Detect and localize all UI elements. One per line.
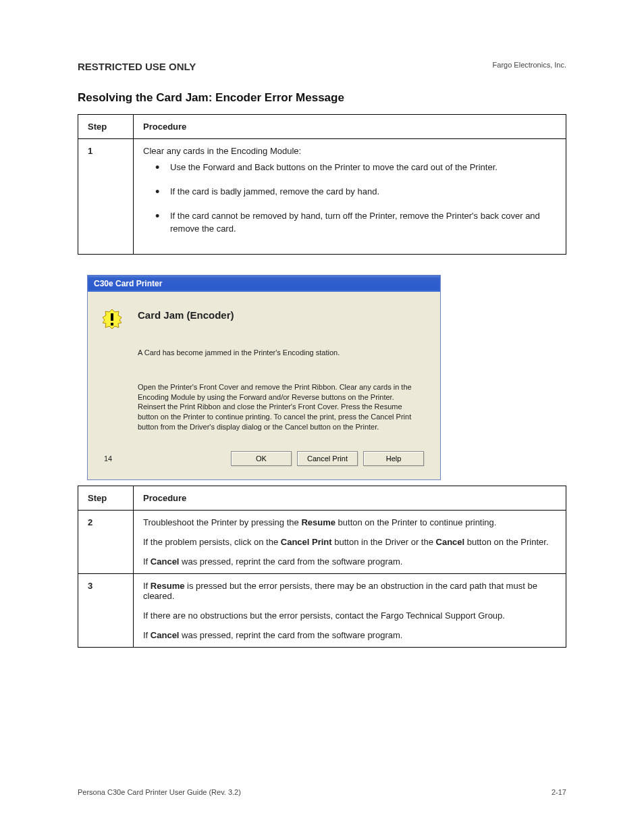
col-header-procedure: Procedure [134, 115, 566, 139]
step-3-procedure: If Resume is pressed but the error persi… [134, 573, 566, 647]
t2f: If [143, 556, 151, 567]
dialog-instructions: Open the Printer's Front Cover and remov… [138, 382, 414, 432]
t2b: button on the Printer to continue printi… [336, 517, 497, 527]
page-footer: Persona C30e Card Printer User Guide (Re… [78, 788, 566, 796]
section-title: Resolving the Card Jam: Encoder Error Me… [78, 91, 566, 105]
dialog-titlebar: C30e Card Printer [88, 276, 440, 292]
dialog-message: A Card has become jammed in the Printer'… [138, 348, 427, 357]
dialog-footer: 14 OK Cancel Print Help [101, 451, 427, 471]
col-header-step: Step [78, 115, 134, 139]
t3a: If [143, 581, 151, 591]
step-1-procedure: Clear any cards in the Encoding Module: … [134, 139, 566, 255]
cancel-bold-3: Cancel [151, 630, 180, 640]
dialog-buttons: OK Cancel Print Help [231, 451, 424, 466]
step-number-1: 1 [78, 139, 134, 255]
t3c: If there are no obstructions but the err… [143, 610, 556, 621]
resume-bold-2: Resume [151, 581, 185, 591]
ok-button[interactable]: OK [231, 451, 292, 466]
procedure-table-2: Step Procedure 2 Troubleshoot the Printe… [78, 486, 566, 648]
t2e: button on the Printer. [464, 537, 548, 547]
t2g: was pressed, reprint the card from the s… [179, 556, 402, 567]
step-number-3: 3 [78, 573, 134, 647]
company-name: Fargo Electronics, Inc. [493, 61, 566, 72]
step-1-intro: Clear any cards in the Encoding Module: [143, 146, 301, 156]
bullet-1: Use the Forward and Back buttons on the … [155, 161, 556, 174]
xp-dialog: C30e Card Printer Card Jam (Encoder) A C… [87, 275, 441, 480]
svg-rect-2 [111, 323, 113, 325]
dialog-heading: Card Jam (Encoder) [138, 309, 234, 321]
t3e: was pressed, reprint the card from the s… [179, 630, 402, 640]
footer-doc-title: Persona C30e Card Printer User Guide (Re… [78, 788, 241, 796]
t3b: is pressed but the error persists, there… [143, 581, 537, 601]
bullet-3: If the card cannot be removed by hand, t… [155, 210, 556, 234]
footer-page-number: 2-17 [552, 788, 566, 796]
t2c: If the problem persists, click on the [143, 537, 281, 547]
page-container: RESTRICTED USE ONLY Fargo Electronics, I… [0, 0, 644, 675]
step-number-2: 2 [78, 510, 134, 573]
dialog-title: C30e Card Printer [94, 279, 162, 288]
step-1-bullets: Use the Forward and Back buttons on the … [143, 161, 556, 235]
bullet-2: If the card is badly jammed, remove the … [155, 186, 556, 198]
cancel-print-bold: Cancel Print [281, 537, 332, 547]
col-header-procedure-2: Procedure [134, 486, 566, 510]
restricted-label: RESTRICTED USE ONLY [78, 61, 196, 72]
procedure-table-1: Step Procedure 1 Clear any cards in the … [78, 114, 566, 255]
col-header-step-2: Step [78, 486, 134, 510]
warning-icon [101, 308, 123, 330]
t2a: Troubleshoot the Printer by pressing the [143, 517, 301, 527]
step-2-procedure: Troubleshoot the Printer by pressing the… [134, 510, 566, 573]
error-code: 14 [104, 454, 112, 463]
t3d: If [143, 630, 151, 640]
cancel-bold-1: Cancel [436, 537, 465, 547]
dialog-top-row: Card Jam (Encoder) [101, 305, 427, 330]
cancel-bold-2: Cancel [151, 556, 180, 567]
svg-rect-1 [111, 313, 113, 321]
t2d: button in the Driver or the [332, 537, 436, 547]
help-button[interactable]: Help [363, 451, 424, 466]
dialog-body: Card Jam (Encoder) A Card has become jam… [88, 292, 440, 479]
resume-bold-1: Resume [301, 517, 336, 527]
page-header: RESTRICTED USE ONLY Fargo Electronics, I… [78, 61, 566, 72]
cancel-print-button[interactable]: Cancel Print [297, 451, 358, 466]
dialog-screenshot: C30e Card Printer Card Jam (Encoder) A C… [78, 275, 566, 480]
